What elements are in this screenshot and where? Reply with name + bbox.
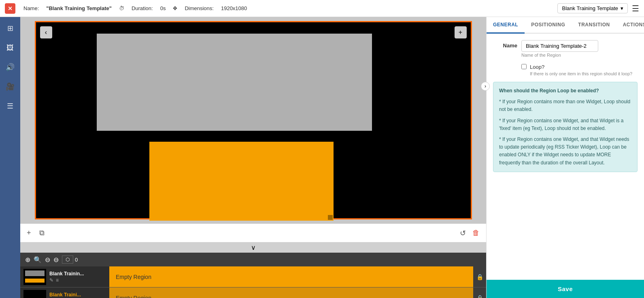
thumb-title-1: Blank Trainin...	[49, 271, 84, 277]
sidebar-icon-video[interactable]: 🎥	[4, 80, 17, 93]
region-gray[interactable]	[97, 34, 372, 131]
right-panel: › GENERAL POSITIONING TRANSITION ACTIONS…	[486, 17, 644, 298]
loop-checkbox-row: Loop? If there is only one item in this …	[521, 63, 638, 76]
timeline-thumb-2: Blank Traini... ✎ ≡	[20, 287, 109, 298]
info-box-line-2: * If your Region contains one Widget, an…	[499, 117, 631, 132]
name-help-text: Name of the Region	[521, 53, 638, 57]
zoom-search-button[interactable]: 🔍	[34, 256, 42, 264]
loop-checkbox[interactable]	[521, 64, 527, 69]
empty-region-label-2: Empty Region	[116, 295, 151, 298]
add-region-button[interactable]: +	[25, 227, 33, 239]
zoom-out-button[interactable]: ⊖	[45, 256, 50, 264]
template-dropdown-label: Blank Training Template	[562, 5, 618, 11]
region-orange-resize-handle[interactable]	[328, 215, 333, 220]
canvas-nav-right-button[interactable]: +	[455, 26, 467, 38]
loop-help-text: If there is only one item in this region…	[530, 71, 632, 76]
region-orange[interactable]	[149, 142, 334, 221]
table-row: Blank Trainin... ✎ ≡ Empty Region 🔒	[20, 266, 486, 287]
clock-icon: ⏱	[119, 5, 124, 11]
duration-label: Duration:	[132, 5, 153, 11]
zoom-in-button[interactable]: ⊕	[25, 256, 30, 264]
topbar: ✕ Name: "Blank Training Template" ⏱ Dura…	[0, 0, 644, 17]
sidebar-icon-list[interactable]: ☰	[4, 100, 17, 113]
tab-general[interactable]: GENERAL	[487, 17, 525, 34]
edit-icon-1[interactable]: ✎	[49, 277, 53, 283]
center-area: ‹ + + ⧉ ↺ 🗑 ∨ ⊕	[20, 17, 486, 298]
main-layout: ⊞ 🖼 🔊 🎥 ☰ ‹ + + ⧉ ↺ �	[0, 17, 644, 298]
topbar-right: Blank Training Template ▾ ☰	[557, 3, 639, 13]
close-button[interactable]: ✕	[5, 3, 15, 14]
timeline-toolbar: + ⧉ ↺ 🗑	[20, 224, 486, 242]
zoom-counter-value: 0	[75, 257, 78, 263]
lock-icon-1: 🔒	[476, 274, 483, 280]
name-form-row: Name Name of the Region	[493, 40, 638, 57]
canvas-nav-left-button[interactable]: ‹	[40, 26, 52, 38]
sidebar-icon-audio[interactable]: 🔊	[4, 61, 17, 74]
hamburger-button[interactable]: ☰	[632, 4, 639, 13]
timeline-row-right-1: 🔒	[473, 266, 486, 287]
layers-button[interactable]: ⧉	[38, 227, 46, 239]
toolbar-right: ↺ 🗑	[458, 227, 481, 239]
tab-actions[interactable]: ACTIONS	[616, 17, 644, 34]
save-button[interactable]: Save	[487, 280, 644, 298]
dimensions-label: Dimensions:	[185, 5, 214, 11]
dropdown-arrow-icon: ▾	[621, 5, 623, 11]
empty-region-label-1: Empty Region	[116, 274, 151, 280]
thumb-image-2	[23, 290, 46, 298]
thumb-info-2: Blank Traini... ✎ ≡	[49, 292, 81, 298]
info-box-line-3: * If your Region contains one Widget, an…	[499, 136, 631, 167]
tab-transition[interactable]: TRANSITION	[572, 17, 616, 34]
info-box-title: When should the Region Loop be enabled?	[499, 87, 631, 95]
thumb-image-1	[23, 269, 46, 285]
name-form-label: Name	[493, 40, 517, 49]
name-form-field-wrapper: Name of the Region	[521, 40, 638, 57]
table-row: Blank Traini... ✎ ≡ Empty Region 🔒	[20, 287, 486, 298]
sidebar-icon-grid[interactable]: ⊞	[4, 22, 17, 35]
collapse-arrow-icon: ∨	[251, 244, 256, 251]
lock-icon-2: 🔒	[476, 295, 483, 298]
canvas-frame: ‹ +	[35, 21, 472, 219]
move-icon: ✥	[173, 5, 177, 11]
topbar-info: Name: "Blank Training Template" ⏱ Durati…	[23, 5, 247, 11]
name-input[interactable]	[521, 40, 598, 52]
loop-label[interactable]: Loop?	[530, 64, 544, 70]
timeline-zoom-bar: ⊕ 🔍 ⊖ ⊖ ⬡ 0	[20, 253, 486, 266]
dimensions-value: 1920x1080	[221, 5, 247, 11]
panel-collapse-arrow[interactable]: ›	[481, 82, 490, 91]
undo-button[interactable]: ↺	[458, 227, 468, 239]
timeline-thumb-1: Blank Trainin... ✎ ≡	[20, 266, 109, 287]
list-icon-1[interactable]: ≡	[56, 277, 59, 283]
zoom-reset-button[interactable]: ⊖	[53, 256, 59, 264]
tab-positioning[interactable]: POSITIONING	[525, 17, 572, 34]
timeline-row-right-2: 🔒	[473, 287, 486, 298]
duration-value: 0s	[160, 5, 166, 11]
timeline-content-2: Empty Region	[109, 287, 473, 298]
timeline-rows: Blank Trainin... ✎ ≡ Empty Region 🔒	[20, 266, 486, 298]
sidebar-icon-image[interactable]: 🖼	[4, 41, 17, 54]
right-panel-body: Name Name of the Region Loop? If there i…	[487, 34, 644, 280]
right-panel-tabs: GENERAL POSITIONING TRANSITION ACTIONS	[487, 17, 644, 34]
info-box: When should the Region Loop be enabled? …	[493, 82, 638, 172]
left-sidebar: ⊞ 🖼 🔊 🎥 ☰	[0, 17, 20, 298]
name-label: Name:	[23, 5, 39, 11]
delete-button[interactable]: 🗑	[471, 227, 481, 239]
timeline-content-1: Empty Region	[109, 266, 473, 287]
thumb-icons-1[interactable]: ✎ ≡	[49, 277, 84, 283]
loop-label-group: Loop? If there is only one item in this …	[530, 63, 632, 76]
zoom-counter: ⬡	[62, 255, 73, 264]
template-name: "Blank Training Template"	[46, 5, 112, 11]
timeline-area: ⊕ 🔍 ⊖ ⊖ ⬡ 0	[20, 253, 486, 298]
template-dropdown[interactable]: Blank Training Template ▾	[557, 3, 628, 13]
canvas-wrapper: ‹ +	[20, 17, 486, 224]
collapse-row[interactable]: ∨	[20, 242, 486, 253]
thumb-info-1: Blank Trainin... ✎ ≡	[49, 271, 84, 283]
thumb-title-2: Blank Traini...	[49, 292, 81, 298]
info-box-line-1: * If your Region contains more than one …	[499, 98, 631, 113]
